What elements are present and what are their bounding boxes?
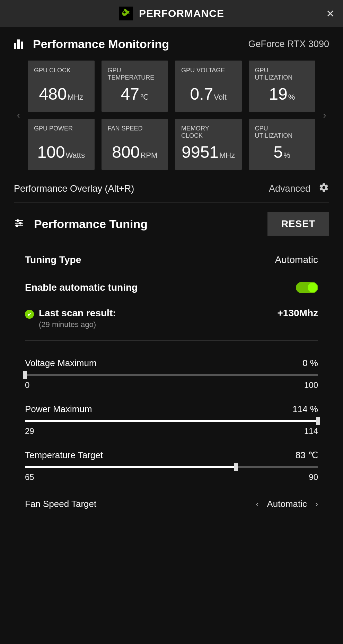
svg-point-3 <box>19 223 21 224</box>
voltage-label: Voltage Maximum <box>25 358 97 369</box>
chevron-right-icon[interactable]: › <box>315 499 318 509</box>
temp-value: 83 ℃ <box>296 450 318 461</box>
chevron-left-icon[interactable]: ‹ <box>256 499 258 509</box>
tile-label: GPU POWER <box>34 125 88 132</box>
voltage-value: 0 % <box>302 358 318 369</box>
bar-chart-icon <box>14 39 23 49</box>
voltage-max: 100 <box>304 380 318 390</box>
tile-gpu-voltage[interactable]: GPU VOLTAGE 0.7Volt <box>175 61 242 112</box>
voltage-maximum-block: Voltage Maximum 0 % 0 100 <box>25 351 318 397</box>
performance-tuning-header: Performance Tuning RESET <box>0 202 343 239</box>
metric-tiles: GPU CLOCK 480MHz GPU TEMPERATURE 47℃ GPU… <box>28 61 315 170</box>
auto-tuning-label: Enable automatic tuning <box>25 282 138 293</box>
power-min: 29 <box>25 426 34 436</box>
last-scan-label: Last scan result: <box>39 308 116 319</box>
tile-label: GPU TEMPERATURE <box>108 67 162 81</box>
fan-value[interactable]: Automatic <box>267 499 307 509</box>
svg-point-5 <box>16 225 18 227</box>
temp-label: Temperature Target <box>25 450 103 461</box>
power-maximum-block: Power Maximum 114 % 29 114 <box>25 397 318 443</box>
close-icon[interactable]: ✕ <box>326 8 335 20</box>
check-icon: ✔ <box>25 310 34 319</box>
tuning-type-value[interactable]: Automatic <box>275 254 318 265</box>
tile-label: GPU VOLTAGE <box>181 67 236 74</box>
tile-fan-speed[interactable]: FAN SPEED 800RPM <box>102 119 168 170</box>
power-slider[interactable] <box>25 420 318 422</box>
tile-gpu-power[interactable]: GPU POWER 100Watts <box>28 119 95 170</box>
power-value: 114 % <box>292 404 318 415</box>
nvidia-logo-icon <box>119 7 133 20</box>
temp-max: 90 <box>309 472 318 482</box>
tile-gpu-temperature[interactable]: GPU TEMPERATURE 47℃ <box>102 61 168 112</box>
tile-label: GPU UTILIZATION <box>255 67 309 81</box>
carousel-next-icon[interactable]: › <box>320 111 329 120</box>
tile-memory-clock[interactable]: MEMORY CLOCK 9951MHz <box>175 119 242 170</box>
tile-label: GPU CLOCK <box>34 67 88 74</box>
tile-gpu-clock[interactable]: GPU CLOCK 480MHz <box>28 61 95 112</box>
overlay-mode[interactable]: Advanced <box>269 183 310 194</box>
monitoring-title: Performance Monitoring <box>33 37 169 51</box>
carousel-prev-icon[interactable]: ‹ <box>14 111 23 120</box>
tuning-title: Performance Tuning <box>34 217 148 231</box>
divider <box>25 340 318 341</box>
performance-overlay-row: Performance Overlay (Alt+R) Advanced <box>0 173 343 202</box>
title-bar: PERFORMANCE ✕ <box>0 0 343 27</box>
voltage-min: 0 <box>25 380 29 390</box>
auto-tuning-row: Enable automatic tuning <box>25 274 318 301</box>
overlay-label: Performance Overlay (Alt+R) <box>14 183 134 194</box>
tile-label: CPU UTILIZATION <box>255 125 309 139</box>
temperature-target-block: Temperature Target 83 ℃ 65 90 <box>25 443 318 489</box>
power-max: 114 <box>304 426 318 436</box>
power-label: Power Maximum <box>25 404 92 415</box>
gear-icon[interactable] <box>319 182 329 195</box>
last-scan-value: +130Mhz <box>278 308 318 319</box>
tile-label: MEMORY CLOCK <box>181 125 236 139</box>
reset-button[interactable]: RESET <box>267 212 329 236</box>
tile-gpu-utilization[interactable]: GPU UTILIZATION 19% <box>249 61 316 112</box>
last-scan-age: (29 minutes ago) <box>39 320 116 329</box>
temp-min: 65 <box>25 472 34 482</box>
fan-speed-target-row: Fan Speed Target ‹ Automatic › <box>25 489 318 509</box>
tile-label: FAN SPEED <box>108 125 162 132</box>
last-scan-row: ✔ Last scan result: (29 minutes ago) +13… <box>25 301 318 340</box>
tuning-type-row: Tuning Type Automatic <box>25 246 318 274</box>
temperature-slider[interactable] <box>25 466 318 468</box>
svg-point-1 <box>17 220 19 221</box>
gpu-model: GeForce RTX 3090 <box>248 39 329 49</box>
auto-tuning-toggle[interactable] <box>296 282 318 293</box>
tuning-type-label: Tuning Type <box>25 254 81 265</box>
sliders-icon <box>14 218 24 230</box>
voltage-slider[interactable] <box>25 374 318 376</box>
tile-cpu-utilization[interactable]: CPU UTILIZATION 5% <box>249 119 316 170</box>
panel-title: PERFORMANCE <box>139 8 224 19</box>
fan-label: Fan Speed Target <box>25 499 96 509</box>
performance-monitoring-section: Performance Monitoring GeForce RTX 3090 … <box>0 27 343 173</box>
